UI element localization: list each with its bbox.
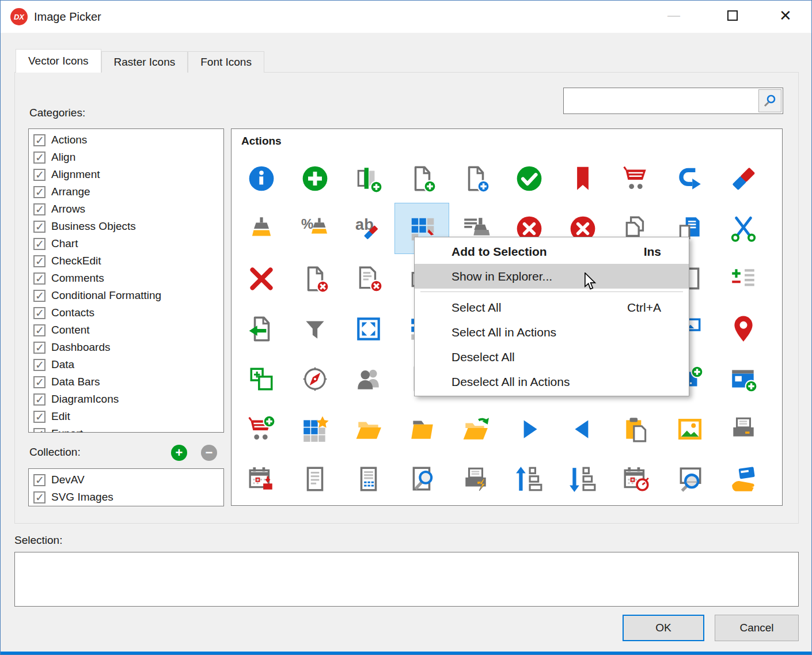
category-item-checkedit[interactable]: CheckEdit <box>29 252 223 270</box>
category-item-data-bars[interactable]: Data Bars <box>29 373 223 391</box>
category-item-align[interactable]: Align <box>29 149 223 166</box>
checkbox-checked-icon[interactable] <box>33 255 45 267</box>
category-item-diagramicons[interactable]: DiagramIcons <box>29 391 223 408</box>
gallery-icon-hand-card[interactable] <box>716 454 770 504</box>
gallery-icon-folder-refresh[interactable] <box>449 404 502 454</box>
gallery-icon-file-delete[interactable] <box>288 253 342 304</box>
gallery-icon-add-column[interactable] <box>342 153 395 203</box>
gallery-icon-cart-add[interactable] <box>234 404 288 454</box>
checkbox-checked-icon[interactable] <box>33 186 45 198</box>
gallery-icon-bookmark[interactable] <box>556 153 609 203</box>
gallery-icon-image[interactable] <box>663 404 716 454</box>
checkbox-checked-icon[interactable] <box>33 152 45 164</box>
gallery-icon-add-remove-list[interactable] <box>716 253 770 304</box>
category-item-content[interactable]: Content <box>29 321 223 339</box>
menu-item-add-to-selection[interactable]: Add to SelectionIns <box>415 239 689 264</box>
menu-item-deselect-all-in-actions[interactable]: Deselect All in Actions <box>415 369 689 394</box>
selection-textarea[interactable] <box>14 552 799 607</box>
gallery-icon-check[interactable] <box>502 153 556 203</box>
checkbox-checked-icon[interactable] <box>33 474 45 486</box>
checkbox-checked-icon[interactable] <box>33 393 45 406</box>
checkbox-checked-icon[interactable] <box>33 169 45 181</box>
ok-button[interactable]: OK <box>623 615 704 641</box>
gallery-icon-clear-format[interactable]: ab <box>342 203 395 253</box>
checkbox-checked-icon[interactable] <box>33 411 45 423</box>
category-item-dashboards[interactable]: Dashboards <box>29 339 223 356</box>
gallery-icon-map-pin[interactable] <box>716 304 770 354</box>
gallery-icon-redo[interactable] <box>663 153 716 203</box>
gallery-icon-frame-add[interactable] <box>234 354 288 404</box>
gallery-icon-zoom-preview[interactable] <box>663 454 716 504</box>
gallery-icon-file-export[interactable] <box>234 304 288 354</box>
gallery-icon-cut[interactable] <box>716 203 770 253</box>
tab-raster-icons[interactable]: Raster Icons <box>101 51 188 73</box>
checkbox-checked-icon[interactable] <box>33 342 45 354</box>
checkbox-checked-icon[interactable] <box>33 203 45 215</box>
gallery-icon-info[interactable] <box>234 153 288 203</box>
checkbox-checked-icon[interactable] <box>33 272 45 285</box>
category-item-contacts[interactable]: Contacts <box>29 304 223 321</box>
search-input[interactable] <box>564 88 757 113</box>
gallery-icon-sort-desc[interactable] <box>556 454 609 504</box>
minimize-button[interactable]: — <box>656 1 692 31</box>
collection-item-devav[interactable]: DevAV <box>29 471 223 489</box>
remove-collection-button[interactable]: − <box>201 445 217 461</box>
checkbox-checked-icon[interactable] <box>33 324 45 336</box>
gallery-icon-clipboard-paste[interactable] <box>609 404 663 454</box>
gallery-icon-print-quick[interactable] <box>449 454 502 504</box>
checkbox-checked-icon[interactable] <box>33 359 45 371</box>
gallery-icon-sort-asc[interactable] <box>502 454 556 504</box>
gallery-icon-calendar-export[interactable] <box>234 454 288 504</box>
gallery-icon-add[interactable] <box>288 153 342 203</box>
gallery-icon-expand[interactable] <box>342 304 395 354</box>
menu-item-show-in-explorer[interactable]: Show in Explorer... <box>415 264 689 289</box>
category-item-conditional-formatting[interactable]: Conditional Formatting <box>29 287 223 304</box>
gallery-icon-delete[interactable] <box>234 253 288 304</box>
checkbox-checked-icon[interactable] <box>33 428 45 433</box>
gallery-icon-folder[interactable] <box>395 404 449 454</box>
gallery-icon-eraser[interactable] <box>716 153 770 203</box>
maximize-button[interactable] <box>715 1 750 31</box>
gallery-icon-file-insert[interactable] <box>449 153 502 203</box>
checkbox-checked-icon[interactable] <box>33 134 45 146</box>
gallery-icon-file-add[interactable] <box>395 153 449 203</box>
gallery-icon-brush[interactable] <box>234 203 288 253</box>
menu-item-select-all[interactable]: Select AllCtrl+A <box>415 295 689 320</box>
gallery-icon-grid-star[interactable] <box>288 404 342 454</box>
cancel-button[interactable]: Cancel <box>715 615 799 641</box>
category-item-alignment[interactable]: Alignment <box>29 166 223 183</box>
gallery-icon-users[interactable] <box>342 354 395 404</box>
category-item-comments[interactable]: Comments <box>29 270 223 287</box>
checkbox-checked-icon[interactable] <box>33 376 45 388</box>
gallery-icon-doc-search[interactable] <box>395 454 449 504</box>
gallery-icon-play[interactable] <box>502 404 556 454</box>
menu-item-select-all-in-actions[interactable]: Select All in Actions <box>415 320 689 344</box>
checkbox-checked-icon[interactable] <box>33 221 45 233</box>
checkbox-checked-icon[interactable] <box>33 491 45 503</box>
gallery-icon-print[interactable] <box>716 404 770 454</box>
search-button[interactable] <box>758 89 781 112</box>
menu-item-deselect-all[interactable]: Deselect All <box>415 344 689 369</box>
category-item-actions[interactable]: Actions <box>29 131 223 149</box>
gallery-icon-doc[interactable] <box>288 454 342 504</box>
gallery-icon-folder-open[interactable] <box>342 404 395 454</box>
gallery-icon-doc-table[interactable] <box>342 454 395 504</box>
add-collection-button[interactable]: + <box>171 445 187 461</box>
checkbox-checked-icon[interactable] <box>33 290 45 302</box>
category-item-chart[interactable]: Chart <box>29 235 223 252</box>
category-item-edit[interactable]: Edit <box>29 408 223 425</box>
close-button[interactable]: ✕ <box>768 1 803 31</box>
gallery-icon-filter[interactable] <box>288 304 342 354</box>
gallery-icon-cart[interactable] <box>609 153 663 203</box>
tab-font-icons[interactable]: Font Icons <box>188 51 264 73</box>
category-item-business-objects[interactable]: Business Objects <box>29 218 223 235</box>
gallery-icon-calendar-timer[interactable] <box>609 454 663 504</box>
category-item-export[interactable]: Export <box>29 425 223 433</box>
collection-item-svg-images[interactable]: SVG Images <box>29 489 223 506</box>
category-item-data[interactable]: Data <box>29 356 223 373</box>
gallery-icon-percent-brush[interactable]: % <box>288 203 342 253</box>
category-item-arrows[interactable]: Arrows <box>29 200 223 218</box>
gallery-icon-compass[interactable] <box>288 354 342 404</box>
tab-vector-icons[interactable]: Vector Icons <box>16 49 101 73</box>
checkbox-checked-icon[interactable] <box>33 307 45 319</box>
